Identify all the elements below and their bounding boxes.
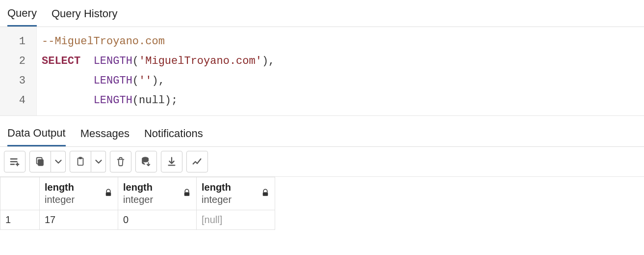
- tab-query[interactable]: Query: [7, 0, 37, 27]
- svg-rect-0: [38, 159, 43, 166]
- result-tabs: Data Output Messages Notifications: [0, 120, 644, 147]
- column-type: integer: [45, 194, 75, 206]
- row-number: 1: [0, 210, 40, 230]
- table-corner: [0, 177, 40, 210]
- tab-data-label: Data Output: [7, 127, 66, 140]
- code-paren: (: [132, 75, 139, 87]
- code-string: '': [139, 75, 152, 87]
- code-punct: ),: [152, 75, 164, 87]
- code-func: LENGTH: [94, 75, 132, 87]
- line-number: 1: [0, 32, 26, 52]
- paste-button[interactable]: [70, 151, 91, 172]
- code-punct: );: [165, 94, 178, 107]
- table-row[interactable]: 1 17 0 [null]: [0, 210, 275, 230]
- lock-icon: [104, 188, 113, 199]
- data-cell[interactable]: 17: [40, 210, 118, 230]
- clipboard-icon: [75, 156, 86, 167]
- copy-button[interactable]: [29, 151, 51, 172]
- code-func: LENGTH: [94, 55, 132, 67]
- paste-group: [70, 151, 106, 172]
- chevron-down-icon: [93, 156, 104, 167]
- data-cell[interactable]: 0: [118, 210, 197, 230]
- column-type: integer: [123, 194, 153, 206]
- tab-messages-label: Messages: [80, 127, 129, 140]
- svg-rect-3: [79, 157, 82, 159]
- code-punct: ),: [262, 55, 275, 67]
- lock-icon: [261, 188, 270, 199]
- column-name: length: [123, 181, 153, 194]
- download-icon: [166, 156, 177, 167]
- code-null: null: [139, 94, 165, 107]
- code-comment: --MiguelTroyano.com: [42, 35, 165, 48]
- result-toolbar: [0, 147, 644, 177]
- editor-tabs: Query Query History: [0, 0, 644, 27]
- tab-data-output[interactable]: Data Output: [7, 120, 66, 146]
- svg-rect-7: [263, 192, 268, 196]
- download-button[interactable]: [161, 151, 182, 172]
- code-func: LENGTH: [94, 94, 132, 107]
- tab-messages[interactable]: Messages: [80, 120, 129, 146]
- table-header-row: length integer length integer: [0, 177, 275, 210]
- lock-icon: [182, 188, 191, 199]
- paste-dropdown[interactable]: [91, 151, 106, 172]
- data-cell[interactable]: [null]: [197, 210, 275, 230]
- result-table: length integer length integer: [0, 177, 275, 230]
- column-name: length: [45, 181, 75, 194]
- chevron-down-icon: [53, 156, 64, 167]
- add-row-icon: [9, 156, 20, 167]
- graph-button[interactable]: [186, 151, 208, 172]
- copy-group: [29, 151, 66, 172]
- add-row-button[interactable]: [4, 151, 26, 172]
- code-paren: (: [132, 55, 139, 67]
- tab-query-history[interactable]: Query History: [52, 0, 117, 27]
- sql-editor[interactable]: 1 2 3 4 --MiguelTroyano.comSELECT LENGTH…: [0, 27, 644, 116]
- line-number: 3: [0, 71, 26, 91]
- editor-code[interactable]: --MiguelTroyano.comSELECT LENGTH('Miguel…: [37, 27, 280, 115]
- tab-query-label: Query: [7, 7, 37, 20]
- code-keyword: SELECT: [42, 55, 80, 67]
- svg-rect-6: [184, 192, 190, 196]
- save-data-button[interactable]: [135, 151, 157, 172]
- editor-gutter: 1 2 3 4: [0, 27, 37, 115]
- tab-history-label: Query History: [52, 7, 117, 20]
- line-number: 4: [0, 91, 26, 111]
- database-save-icon: [141, 156, 152, 167]
- column-name: length: [202, 181, 232, 194]
- svg-rect-5: [106, 192, 111, 196]
- delete-button[interactable]: [110, 151, 131, 172]
- trash-icon: [115, 156, 126, 167]
- graph-icon: [192, 156, 203, 167]
- column-header[interactable]: length integer: [197, 177, 275, 210]
- tab-notifications-label: Notifications: [144, 127, 203, 140]
- column-header[interactable]: length integer: [118, 177, 197, 210]
- tab-notifications[interactable]: Notifications: [144, 120, 203, 146]
- line-number: 2: [0, 52, 26, 71]
- column-type: integer: [202, 194, 232, 206]
- copy-icon: [35, 156, 46, 167]
- copy-dropdown[interactable]: [51, 151, 66, 172]
- column-header[interactable]: length integer: [40, 177, 118, 210]
- code-paren: (: [132, 94, 139, 107]
- code-string: 'MiguelTroyano.com': [139, 55, 262, 67]
